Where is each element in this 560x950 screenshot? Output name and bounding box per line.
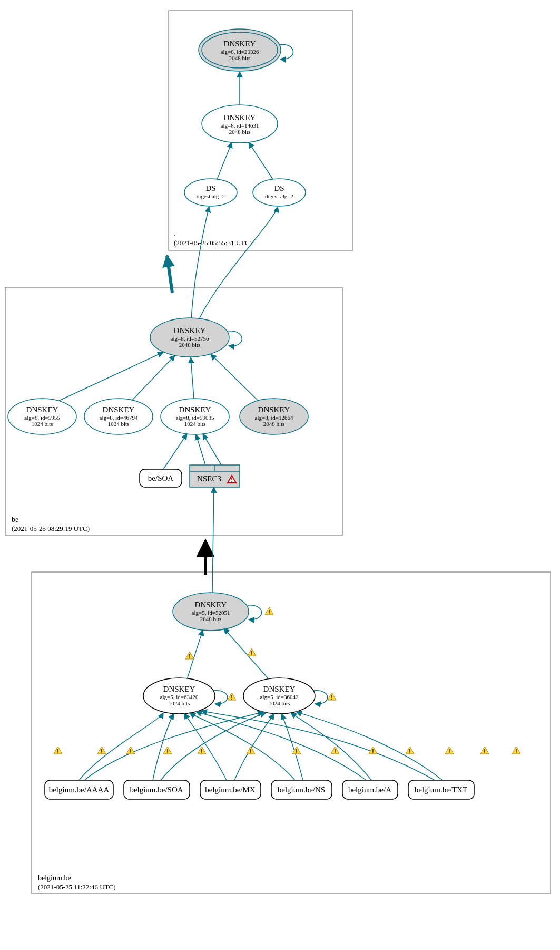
node-rr-aaaa: belgium.be/AAAA xyxy=(45,780,113,799)
warning-icon: ! xyxy=(406,747,414,754)
zone-root: . (2021-05-25 05:55:31 UTC) DNSKEY alg=8… xyxy=(169,11,353,250)
svg-text:DNSKEY: DNSKEY xyxy=(179,405,211,414)
svg-text:!: ! xyxy=(372,749,374,754)
zone-belgium-ts: (2021-05-25 11:22:46 UTC) xyxy=(38,883,116,891)
svg-text:DNSKEY: DNSKEY xyxy=(174,326,206,335)
svg-text:alg=8, id=14631: alg=8, id=14631 xyxy=(221,122,259,129)
svg-text:DNSKEY: DNSKEY xyxy=(224,113,256,122)
svg-text:DNSKEY: DNSKEY xyxy=(258,405,290,414)
dnsviz-graph: . (2021-05-25 05:55:31 UTC) DNSKEY alg=8… xyxy=(0,0,560,950)
svg-text:DNSKEY: DNSKEY xyxy=(195,600,227,609)
warning-icon: ! xyxy=(445,747,454,754)
svg-text:DS: DS xyxy=(274,184,284,192)
svg-text:digest alg=2: digest alg=2 xyxy=(197,193,225,199)
svg-text:!: ! xyxy=(296,749,297,754)
svg-text:!: ! xyxy=(484,749,485,754)
warning-icon: ! xyxy=(198,747,206,754)
zone-be-label: be xyxy=(12,516,18,524)
svg-text:alg=8, id=46794: alg=8, id=46794 xyxy=(100,414,138,421)
node-bg-k1: DNSKEY alg=5, id=63420 1024 bits xyxy=(143,678,215,714)
node-root-zsk: DNSKEY alg=8, id=14631 2048 bits xyxy=(202,105,278,143)
warning-icon: ! xyxy=(331,747,339,754)
warning-icon: ! xyxy=(163,747,172,754)
zone-belgium: belgium.be (2021-05-25 11:22:46 UTC) DNS… xyxy=(32,487,551,894)
svg-text:!: ! xyxy=(448,749,450,754)
svg-rect-44 xyxy=(32,572,551,894)
svg-text:NSEC3: NSEC3 xyxy=(197,474,221,483)
zone-be: be (2021-05-25 08:29:19 UTC) DNSKEY alg=… xyxy=(5,207,342,535)
svg-text:!: ! xyxy=(268,609,270,615)
svg-text:1024 bits: 1024 bits xyxy=(184,421,206,427)
node-be-ksk: DNSKEY alg=8, id=52756 2048 bits xyxy=(150,318,229,357)
svg-text:!: ! xyxy=(231,477,232,483)
svg-text:belgium.be/AAAA: belgium.be/AAAA xyxy=(49,786,110,794)
svg-text:2048 bits: 2048 bits xyxy=(200,616,222,622)
zone-be-ts: (2021-05-25 08:29:19 UTC) xyxy=(12,525,90,532)
node-root-ds2: DS digest alg=2 xyxy=(253,179,306,206)
svg-text:belgium.be/SOA: belgium.be/SOA xyxy=(130,786,183,794)
node-rr-soa: belgium.be/SOA xyxy=(124,780,190,799)
warning-icon: ! xyxy=(247,747,255,754)
warning-icon: ! xyxy=(126,747,135,754)
svg-text:!: ! xyxy=(57,749,58,754)
node-be-soa: be/SOA xyxy=(140,469,182,487)
svg-text:1024 bits: 1024 bits xyxy=(32,421,53,427)
node-be-k3: DNSKEY alg=8, id=59085 1024 bits xyxy=(161,399,229,434)
svg-text:!: ! xyxy=(251,651,252,656)
svg-text:!: ! xyxy=(101,749,102,754)
warning-icon: ! xyxy=(480,747,489,754)
svg-text:!: ! xyxy=(231,695,232,701)
svg-text:belgium.be/NS: belgium.be/NS xyxy=(278,786,325,794)
svg-text:!: ! xyxy=(166,749,168,754)
svg-text:alg=5, id=63420: alg=5, id=63420 xyxy=(160,694,199,700)
node-be-k2: DNSKEY alg=8, id=46794 1024 bits xyxy=(84,399,153,434)
svg-text:alg=5, id=52051: alg=5, id=52051 xyxy=(192,609,230,616)
svg-text:1024 bits: 1024 bits xyxy=(108,421,130,427)
node-root-ksk: DNSKEY alg=8, id=20326 2048 bits xyxy=(199,29,281,71)
svg-text:!: ! xyxy=(130,749,131,754)
svg-text:2048 bits: 2048 bits xyxy=(179,342,201,348)
node-bg-k2: DNSKEY alg=5, id=36042 1024 bits xyxy=(243,678,315,714)
svg-text:DNSKEY: DNSKEY xyxy=(224,40,256,48)
svg-text:DS: DS xyxy=(205,184,215,192)
warning-icon: ! xyxy=(512,747,520,754)
warning-icon: ! xyxy=(97,747,106,754)
svg-text:be/SOA: be/SOA xyxy=(148,474,174,482)
svg-text:2048 bits: 2048 bits xyxy=(229,55,251,61)
node-bg-ksk: DNSKEY alg=5, id=52051 2048 bits xyxy=(173,593,249,631)
node-be-k1: DNSKEY alg=8, id=5955 1024 bits xyxy=(8,399,76,434)
svg-text:alg=8, id=12664: alg=8, id=12664 xyxy=(255,414,293,421)
svg-text:belgium.be/A: belgium.be/A xyxy=(348,786,391,794)
svg-text:!: ! xyxy=(331,695,332,701)
zone-root-ts: (2021-05-25 05:55:31 UTC) xyxy=(174,239,252,247)
warning-icon: ! xyxy=(228,693,236,701)
warning-icon: ! xyxy=(54,747,62,754)
svg-text:alg=5, id=36042: alg=5, id=36042 xyxy=(260,694,299,700)
svg-text:belgium.be/TXT: belgium.be/TXT xyxy=(415,786,467,794)
edge-root-ksk-self xyxy=(279,45,293,60)
svg-text:2048 bits: 2048 bits xyxy=(263,421,285,427)
warning-icon: ! xyxy=(185,652,194,660)
node-rr-mx: belgium.be/MX xyxy=(200,780,261,799)
svg-text:2048 bits: 2048 bits xyxy=(229,129,251,135)
svg-text:alg=8, id=20326: alg=8, id=20326 xyxy=(221,49,259,55)
svg-point-10 xyxy=(184,179,237,206)
svg-text:alg=8, id=59085: alg=8, id=59085 xyxy=(176,414,214,421)
svg-text:belgium.be/MX: belgium.be/MX xyxy=(205,786,256,794)
zone-belgium-label: belgium.be xyxy=(38,874,71,882)
svg-text:!: ! xyxy=(250,749,251,754)
svg-text:!: ! xyxy=(189,654,190,660)
svg-text:!: ! xyxy=(515,749,517,754)
node-rr-a: belgium.be/A xyxy=(342,780,398,799)
warning-icon: ! xyxy=(265,607,273,615)
svg-text:DNSKEY: DNSKEY xyxy=(263,685,296,693)
warning-icon: ! xyxy=(328,693,336,701)
svg-text:DNSKEY: DNSKEY xyxy=(103,405,135,414)
node-rr-txt: belgium.be/TXT xyxy=(408,780,474,799)
node-root-ds1: DS digest alg=2 xyxy=(184,179,237,206)
node-rr-ns: belgium.be/NS xyxy=(271,780,332,799)
svg-text:!: ! xyxy=(409,749,410,754)
svg-point-13 xyxy=(253,179,306,206)
node-be-nsec3: NSEC3 ! xyxy=(190,465,240,487)
svg-text:!: ! xyxy=(201,749,202,754)
